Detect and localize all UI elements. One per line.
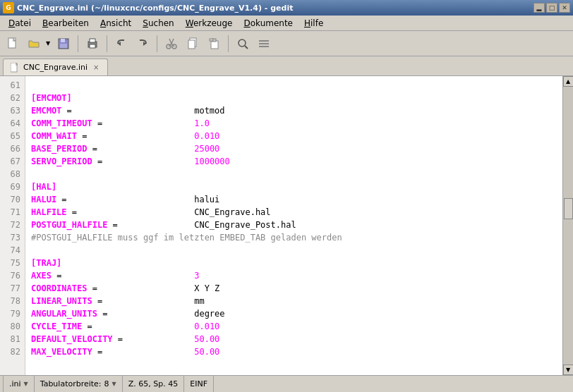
tools-button[interactable]: [254, 34, 274, 54]
open-button[interactable]: [24, 34, 44, 54]
toolbar: ▼: [0, 31, 573, 56]
code-line: [31, 244, 557, 257]
svg-rect-3: [60, 44, 67, 48]
toolbar-sep-4: [228, 35, 229, 52]
code-line: #POSTGUI_HALFILE muss ggf im letzten EMB…: [31, 231, 557, 244]
editor-container: 6162636465666768697071727374757677787980…: [0, 76, 573, 375]
svg-rect-16: [188, 40, 195, 49]
code-line: COORDINATES = X Y Z: [31, 282, 557, 295]
open-dropdown[interactable]: ▼: [24, 34, 52, 54]
cursor-position: Z. 65, Sp. 45: [128, 379, 178, 388]
menu-dokumente[interactable]: Dokumente: [238, 17, 298, 30]
line-number: 61: [1, 79, 23, 92]
filetype-label: .ini: [9, 379, 21, 388]
tab-close-button[interactable]: ×: [92, 63, 100, 72]
code-line: CYCLE_TIME = 0.010: [31, 320, 557, 333]
code-line: ANGULAR_UNITS = degree: [31, 307, 557, 320]
position-section: Z. 65, Sp. 45: [123, 376, 184, 393]
svg-rect-23: [259, 40, 269, 42]
svg-rect-2: [61, 39, 65, 42]
code-area: [EMCMOT]EMCMOT = motmodCOMM_TIMEOUT = 1.…: [25, 79, 562, 358]
line-number: 69: [1, 180, 23, 193]
tabbar: CNC_Engrave.ini ×: [0, 56, 573, 76]
line-number: 75: [1, 257, 23, 269]
code-line: HALUI = halui: [31, 193, 557, 206]
search-button[interactable]: [233, 34, 253, 54]
code-line: [TRAJ]: [31, 257, 557, 269]
tabwidth-dropdown-arrow[interactable]: ▼: [112, 381, 116, 387]
file-icon: [11, 63, 19, 73]
statusbar: .ini ▼ Tabulatorbreite: 8 ▼ Z. 65, Sp. 4…: [0, 375, 573, 392]
open-dropdown-arrow[interactable]: ▼: [44, 34, 52, 54]
cut-button[interactable]: [162, 34, 181, 54]
scroll-thumb[interactable]: [564, 198, 573, 219]
minimize-button[interactable]: ▂: [533, 3, 545, 13]
print-button[interactable]: [83, 34, 102, 54]
paste-button[interactable]: [204, 34, 224, 54]
svg-rect-24: [259, 46, 269, 47]
code-line: [31, 168, 557, 180]
code-line: AXES = 3: [31, 269, 557, 282]
tab-file[interactable]: CNC_Engrave.ini ×: [3, 59, 108, 75]
line-number: 66: [1, 142, 23, 155]
titlebar-left: G CNC_Engrave.ini (~/linuxcnc/configs/CN…: [3, 2, 293, 13]
menu-hilfe[interactable]: Hilfe: [298, 17, 329, 30]
line-number: 63: [1, 104, 23, 117]
svg-rect-19: [210, 39, 213, 41]
close-button[interactable]: ✕: [559, 3, 570, 13]
toolbar-sep-2: [107, 35, 107, 52]
insert-mode-label: EINF: [190, 379, 207, 388]
line-number: 62: [1, 92, 23, 104]
code-line: COMM_TIMEOUT = 1.0: [31, 117, 557, 130]
copy-button[interactable]: [183, 34, 203, 54]
menu-suchen[interactable]: Suchen: [137, 17, 179, 30]
line-number: 76: [1, 269, 23, 282]
redo-button[interactable]: [133, 34, 152, 54]
line-number: 65: [1, 130, 23, 142]
code-line: LINEAR_UNITS = mm: [31, 295, 557, 307]
titlebar-controls: ▂ □ ✕: [533, 3, 570, 13]
maximize-button[interactable]: □: [546, 3, 557, 13]
tabwidth-section[interactable]: Tabulatorbreite: 8 ▼: [35, 376, 123, 393]
new-button[interactable]: [3, 34, 23, 54]
toolbar-sep-3: [157, 35, 157, 52]
svg-rect-17: [211, 41, 218, 49]
svg-line-13: [169, 39, 171, 44]
line-number: 79: [1, 307, 23, 320]
line-number: 72: [1, 219, 23, 231]
code-line: [EMCMOT]: [31, 92, 557, 104]
code-line: POSTGUI_HALFILE = CNC_Engrave_Post.hal: [31, 219, 557, 231]
line-number: 68: [1, 168, 23, 180]
svg-line-21: [245, 46, 248, 49]
tabwidth-value: 8: [104, 379, 109, 388]
menu-ansicht[interactable]: Ansicht: [95, 17, 137, 30]
line-number: 64: [1, 117, 23, 130]
line-number: 78: [1, 295, 23, 307]
save-button[interactable]: [54, 34, 73, 54]
titlebar: G CNC_Engrave.ini (~/linuxcnc/configs/CN…: [0, 0, 573, 16]
code-line: SERVO_PERIOD = 1000000: [31, 155, 557, 168]
scrollbar[interactable]: ▲ ▼: [562, 76, 573, 375]
tabwidth-label: Tabulatorbreite:: [40, 379, 102, 388]
code-line: DEFAULT_VELOCITY = 50.00: [31, 333, 557, 345]
insert-mode-section: EINF: [184, 376, 214, 393]
filetype-dropdown-arrow[interactable]: ▼: [24, 381, 28, 387]
line-number: 71: [1, 206, 23, 219]
scroll-up-arrow[interactable]: ▲: [563, 76, 574, 87]
menubar: Datei Bearbeiten Ansicht Suchen Werkzeug…: [0, 16, 573, 31]
scroll-down-arrow[interactable]: ▼: [563, 365, 574, 375]
line-number: 77: [1, 282, 23, 295]
line-number: 70: [1, 193, 23, 206]
svg-line-14: [171, 39, 174, 44]
scroll-track[interactable]: [563, 87, 574, 365]
editor-content[interactable]: [EMCMOT]EMCMOT = motmodCOMM_TIMEOUT = 1.…: [25, 76, 562, 375]
menu-werkzeuge[interactable]: Werkzeuge: [180, 17, 239, 30]
menu-datei[interactable]: Datei: [3, 17, 37, 30]
undo-button[interactable]: [111, 34, 131, 54]
filetype-section[interactable]: .ini ▼: [3, 376, 35, 393]
code-line: HALFILE = CNC_Engrave.hal: [31, 206, 557, 219]
code-line: MAX_VELOCITY = 50.00: [31, 345, 557, 358]
svg-rect-22: [259, 43, 269, 44]
code-line: EMCMOT = motmod: [31, 104, 557, 117]
menu-bearbeiten[interactable]: Bearbeiten: [37, 17, 95, 30]
